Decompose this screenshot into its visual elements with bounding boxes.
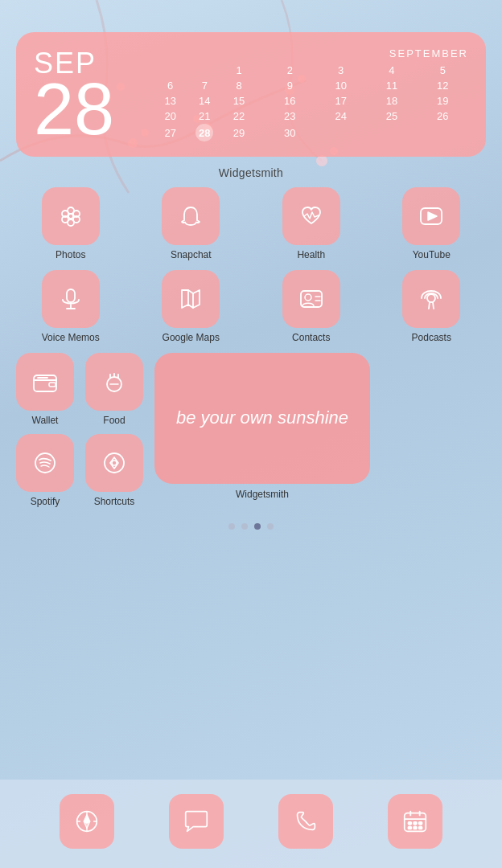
dot-4: [267, 523, 274, 530]
app-rows: Photos Snapchat Health: [16, 187, 486, 514]
health-icon-bg: [282, 187, 340, 245]
calendar-title: SEPTEMBER: [145, 47, 468, 59]
main-content: SEP 28 SEPTEMBER 12345678910111213141516…: [0, 0, 502, 868]
svg-point-16: [68, 214, 73, 219]
app-food[interactable]: Food: [85, 353, 143, 426]
app-row-3-4: Wallet Food: [16, 353, 486, 507]
app-voice-memos[interactable]: Voice Memos: [16, 270, 126, 343]
svg-point-41: [105, 453, 124, 473]
large-widget-col: be your own sunshine Widgetsmith: [154, 353, 370, 507]
youtube-label: YouTube: [413, 249, 451, 260]
spotify-label: Spotify: [31, 496, 60, 507]
calendar-widget: SEP 28 SEPTEMBER 12345678910111213141516…: [16, 32, 486, 157]
spotify-icon: [30, 448, 60, 478]
food-icon: [99, 366, 130, 397]
calendar-date-large: SEP 28: [34, 47, 130, 142]
dot-2: [241, 523, 248, 530]
page-dots: [228, 523, 274, 530]
shortcuts-label: Shortcuts: [94, 496, 135, 507]
svg-point-42: [112, 461, 117, 465]
svg-rect-19: [67, 289, 75, 302]
dot-3: [254, 523, 261, 530]
app-snapchat[interactable]: Snapchat: [137, 187, 246, 260]
app-youtube[interactable]: YouTube: [377, 187, 487, 260]
quote-widget: be your own sunshine: [154, 353, 370, 484]
app-shortcuts[interactable]: Shortcuts: [85, 434, 143, 507]
app-photos[interactable]: Photos: [16, 187, 126, 260]
wallet-icon: [30, 366, 60, 397]
app-health[interactable]: Health: [257, 187, 366, 260]
play-icon: [416, 201, 446, 231]
food-label: Food: [103, 415, 125, 426]
google-maps-label: Google Maps: [163, 332, 220, 343]
svg-point-26: [305, 294, 311, 301]
svg-line-31: [433, 302, 434, 309]
mic-icon: [56, 284, 86, 314]
app-wallet[interactable]: Wallet: [16, 353, 74, 426]
shortcuts-icon-bg: [85, 434, 143, 492]
spotify-shortcuts-row: Spotify Shortcuts: [16, 434, 143, 507]
dot-1: [228, 523, 235, 530]
voice-memos-icon-bg: [42, 270, 100, 328]
app-spotify[interactable]: Spotify: [16, 434, 74, 507]
svg-marker-18: [428, 212, 437, 220]
svg-rect-33: [49, 383, 56, 387]
app-row-1: Photos Snapchat Health: [16, 187, 486, 260]
food-icon-bg: [85, 353, 143, 411]
heart-pulse-icon: [296, 201, 327, 231]
google-maps-icon-bg: [162, 270, 220, 328]
wallet-label: Wallet: [32, 415, 59, 426]
svg-line-30: [429, 302, 430, 309]
spotify-icon-bg: [16, 434, 74, 492]
shortcuts-icon: [99, 448, 130, 478]
calendar-day: 28: [34, 77, 114, 142]
quote-text: be your own sunshine: [163, 393, 361, 444]
snapchat-label: Snapchat: [171, 249, 212, 260]
flower-icon: [56, 201, 86, 231]
youtube-icon-bg: [402, 187, 460, 245]
snapchat-icon-bg: [162, 187, 220, 245]
podcasts-icon-bg: [402, 270, 460, 328]
app-contacts[interactable]: Contacts: [257, 270, 366, 343]
wallet-food-row: Wallet Food: [16, 353, 143, 426]
person-card-icon: [296, 284, 327, 314]
app-podcasts[interactable]: Podcasts: [377, 270, 487, 343]
ghost-icon: [175, 201, 206, 231]
podcast-icon: [416, 284, 446, 314]
widgetsmith-bottom-label: Widgetsmith: [236, 489, 289, 500]
svg-marker-22: [182, 290, 200, 308]
voice-memos-label: Voice Memos: [42, 332, 100, 343]
wallet-icon-bg: [16, 353, 74, 411]
contacts-label: Contacts: [292, 332, 330, 343]
podcasts-label: Podcasts: [412, 332, 451, 343]
health-label: Health: [297, 249, 325, 260]
app-google-maps[interactable]: Google Maps: [137, 270, 246, 343]
photos-icon-bg: [42, 187, 100, 245]
left-col-3-4: Wallet Food: [16, 353, 143, 507]
widgetsmith-label-top: Widgetsmith: [219, 166, 283, 179]
svg-point-29: [427, 294, 435, 302]
calendar-grid: SEPTEMBER 123456789101112131415161718192…: [145, 47, 468, 141]
svg-point-40: [35, 453, 55, 473]
photos-label: Photos: [56, 249, 85, 260]
app-row-2: Voice Memos Google Maps: [16, 270, 486, 343]
map-icon: [175, 284, 206, 314]
calendar-table: 1234567891011121314151617181920212223242…: [145, 63, 468, 141]
contacts-icon-bg: [282, 270, 340, 328]
